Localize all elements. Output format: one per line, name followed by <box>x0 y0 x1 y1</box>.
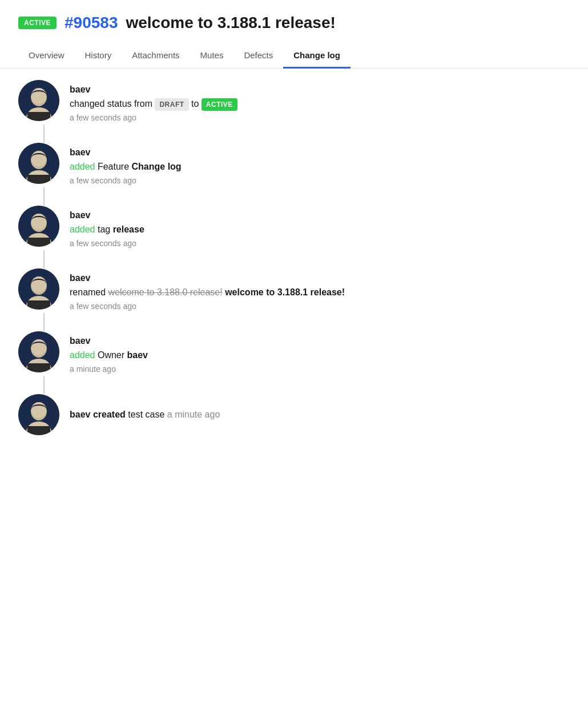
avatar <box>18 143 59 184</box>
created-suffix: test case <box>128 410 167 419</box>
action-added: added <box>70 224 95 234</box>
log-timestamp: a few seconds ago <box>70 113 570 122</box>
page-header: ACTIVE #90583 welcome to 3.188.1 release… <box>0 0 588 32</box>
issue-number: #90583 <box>65 14 118 32</box>
log-action-text: added Feature Change log <box>70 160 570 174</box>
avatar <box>18 268 59 310</box>
tab-history[interactable]: History <box>75 43 122 69</box>
new-name: welcome to 3.188.1 release! <box>225 287 345 297</box>
log-body: baev added Feature Change log a few seco… <box>70 143 570 185</box>
log-body: baev added Owner baev a minute ago <box>70 331 570 374</box>
action-value: Change log <box>132 162 182 171</box>
log-entry: baev added Feature Change log a few seco… <box>18 143 570 185</box>
svg-rect-11 <box>27 175 50 184</box>
log-body: baev changed status from DRAFT to ACTIVE… <box>70 80 570 122</box>
log-username: baev <box>70 273 570 283</box>
old-name: welcome to 3.188.0 release! <box>108 287 223 297</box>
created-user: baev <box>70 410 90 419</box>
action-value: baev <box>127 350 148 360</box>
created-text: baev created test case a minute ago <box>70 410 220 420</box>
log-timestamp: a few seconds ago <box>70 239 570 248</box>
log-action-text: added Owner baev <box>70 348 570 362</box>
log-timestamp: a minute ago <box>70 364 570 374</box>
log-entry: baev added Owner baev a minute ago <box>18 331 570 374</box>
log-timestamp: a few seconds ago <box>70 302 570 311</box>
log-timestamp: a few seconds ago <box>70 176 570 185</box>
svg-rect-17 <box>27 238 50 247</box>
log-entry: baev renamed welcome to 3.188.0 release!… <box>18 268 570 311</box>
svg-rect-23 <box>27 300 50 310</box>
log-username: baev <box>70 85 570 95</box>
svg-rect-29 <box>27 363 50 372</box>
log-username: baev <box>70 147 570 158</box>
log-body: baev added tag release a few seconds ago <box>70 206 570 248</box>
tab-mutes[interactable]: Mutes <box>190 43 234 69</box>
log-username: baev <box>70 336 570 346</box>
tab-changelog[interactable]: Change log <box>283 43 351 69</box>
avatar <box>18 206 59 247</box>
log-action-text: renamed welcome to 3.188.0 release! welc… <box>70 286 570 299</box>
tab-overview[interactable]: Overview <box>18 43 75 69</box>
created-action: created <box>93 410 126 419</box>
avatar <box>18 80 59 121</box>
status-badge: ACTIVE <box>18 17 57 29</box>
changelog-content: baev changed status from DRAFT to ACTIVE… <box>0 69 588 460</box>
avatar <box>18 331 59 372</box>
tabs-nav: Overview History Attachments Mutes Defec… <box>0 43 588 69</box>
action-added: added <box>70 350 95 360</box>
created-time: a minute ago <box>167 410 220 419</box>
log-body: baev renamed welcome to 3.188.0 release!… <box>70 268 570 311</box>
created-entry: baev created test case a minute ago <box>18 394 570 435</box>
issue-title: welcome to 3.188.1 release! <box>126 14 335 32</box>
svg-rect-5 <box>27 112 50 121</box>
log-username: baev <box>70 210 570 220</box>
log-action-text: added tag release <box>70 223 570 236</box>
tab-defects[interactable]: Defects <box>233 43 283 69</box>
svg-rect-35 <box>27 426 50 435</box>
log-action-text: changed status from DRAFT to ACTIVE <box>70 97 570 111</box>
avatar <box>18 394 59 435</box>
log-entry: baev changed status from DRAFT to ACTIVE… <box>18 80 570 122</box>
action-added: added <box>70 162 95 171</box>
to-status-badge: ACTIVE <box>202 98 237 111</box>
log-entry: baev added tag release a few seconds ago <box>18 206 570 248</box>
from-status-badge: DRAFT <box>155 98 188 111</box>
tab-attachments[interactable]: Attachments <box>122 43 190 69</box>
action-value: release <box>113 224 144 234</box>
